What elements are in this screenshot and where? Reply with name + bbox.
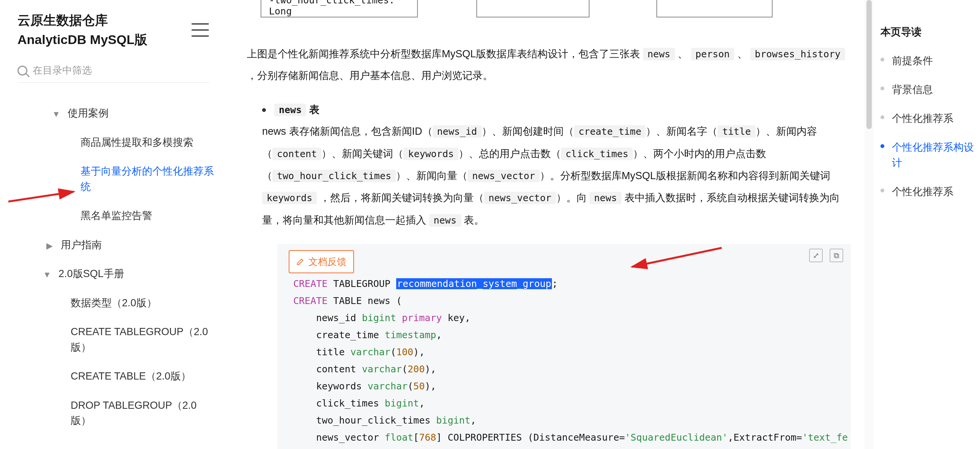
diagram-box	[476, 0, 590, 17]
bb-code: keywords	[262, 192, 317, 204]
code-txt: (	[407, 381, 413, 392]
toc-label: 前提条件	[892, 53, 933, 69]
bullet-dot-icon	[262, 108, 266, 112]
diagram-text: -two_hour_click_times: Long	[269, 0, 409, 17]
nav-label: 数据类型（2.0版）	[71, 295, 157, 311]
code-txt: ,	[419, 398, 425, 409]
code-pre[interactable]: CREATE TABLEGROUP recommendation_system_…	[293, 275, 840, 449]
code-txt: create_time	[293, 330, 385, 340]
code-type: varchar	[368, 381, 407, 392]
nav-item-blacklist[interactable]: 黑名单监控告警	[18, 201, 215, 230]
code-txt: [	[413, 432, 419, 443]
code-type: bigint	[362, 313, 396, 324]
intro-text: 上图是个性化新闻推荐系统中分析型数据库MySQL版数据库表结构设计，包含了三张表	[247, 48, 640, 60]
toc-item-prerequisite[interactable]: 前提条件	[880, 53, 980, 69]
nav-user-guide[interactable]: ▶ 用户指南	[18, 230, 216, 260]
bb-text: news 表存储新闻信息，包含新闻ID（	[262, 125, 433, 137]
toc-dot-icon	[880, 87, 884, 90]
nav-label: 2.0版SQL手册	[59, 266, 124, 282]
expand-icon[interactable]: ⤢	[809, 249, 823, 262]
code-txt: ),	[425, 363, 436, 374]
bb-code: create_time	[574, 125, 646, 138]
code-txt: content	[293, 363, 362, 374]
code-highlight: recommendation_system_group	[396, 278, 552, 289]
intro-text: ，分别存储新闻信息、用户基本信息、用户浏览记录。	[247, 70, 493, 81]
code-num: 100	[396, 346, 413, 357]
nav-sql-create-table[interactable]: CREATE TABLE（2.0版）	[18, 362, 216, 391]
page-toc: 本页导读 前提条件 背景信息 个性化推荐系 个性化推荐系构设计 个性化推荐系	[873, 0, 980, 449]
bb-text: ）、新闻创建时间（	[482, 125, 574, 137]
nav-item-multi-search[interactable]: 商品属性提取和多模搜索	[18, 128, 215, 157]
code-person: person	[691, 48, 734, 60]
nav-label: 黑名单监控告警	[81, 208, 152, 224]
nav-sql-drop-tablegroup[interactable]: DROP TABLEGROUP（2.0版）	[18, 391, 216, 435]
code-num: 768	[419, 432, 436, 443]
bb-code: news_vector	[484, 192, 556, 204]
toc-item-rec-design[interactable]: 个性化推荐系构设计	[880, 140, 980, 171]
code-type: varchar	[362, 363, 402, 374]
nav-label: 基于向量分析的个性化推荐系统	[81, 163, 215, 194]
code-str: 'SquaredEuclidean'	[625, 432, 728, 443]
bb-text: ）。向	[556, 192, 587, 203]
code-type: varchar	[351, 346, 390, 357]
nav-label: CREATE TABLEGROUP（2.0版）	[71, 324, 216, 355]
toc-label: 个性化推荐系构设计	[892, 140, 980, 171]
toc-item-background[interactable]: 背景信息	[880, 82, 980, 98]
code-txt: click_times	[293, 398, 385, 409]
toc-dot-icon	[880, 144, 884, 148]
toc-label: 背景信息	[892, 82, 933, 98]
code-txt: title	[293, 346, 351, 357]
nav-item-vector-recommendation[interactable]: 基于向量分析的个性化推荐系统	[18, 157, 215, 201]
code-txt: TABLEGROUP	[328, 278, 396, 289]
code-news: news	[643, 48, 675, 60]
nav-label: 使用案例	[68, 106, 109, 121]
nav-label: DROP TABLEGROUP（2.0版）	[71, 398, 216, 428]
bb-code: content	[272, 148, 321, 160]
bb-text: ）。分析型数据库MySQL版根据新闻名称和内容得到新闻关键词	[540, 170, 830, 181]
nav-sql-create-tablegroup[interactable]: CREATE TABLEGROUP（2.0版）	[18, 317, 216, 362]
nav-use-cases[interactable]: ▼ 使用案例	[18, 99, 216, 128]
sidebar-search[interactable]	[18, 65, 210, 83]
nav-sql-manual[interactable]: ▼ 2.0版SQL手册	[18, 259, 216, 289]
code-num: 200	[407, 363, 425, 374]
intro-paragraph: 上图是个性化新闻推荐系统中分析型数据库MySQL版数据库表结构设计，包含了三张表…	[247, 43, 851, 86]
code-txt: (	[390, 346, 396, 357]
bb-code: news_id	[433, 125, 482, 138]
chevron-right-icon: ▶	[45, 240, 54, 252]
toc-dot-icon	[880, 189, 884, 192]
code-txt: ,	[471, 415, 476, 426]
main-content: -two_hour_click_times: Long 上图是个性化新闻推荐系统…	[224, 0, 873, 449]
bb-code: click_times	[561, 148, 633, 160]
doc-feedback-button[interactable]: 文档反馈	[289, 250, 354, 273]
diagram-box: -two_hour_click_times: Long	[261, 0, 418, 17]
copy-icon[interactable]: ⧉	[830, 249, 843, 262]
nav-sql-datatype[interactable]: 数据类型（2.0版）	[18, 289, 216, 318]
sidebar-header: 云原生数据仓库 AnalyticDB MySQL版	[18, 11, 216, 49]
code-txt: ;	[552, 278, 558, 289]
bullet-head-code: news	[274, 104, 306, 116]
code-txt: key,	[442, 313, 470, 324]
code-type: bigint	[385, 398, 419, 409]
hamburger-icon[interactable]	[191, 23, 209, 37]
bullet-body: news 表存储新闻信息，包含新闻ID（news_id）、新闻创建时间（crea…	[262, 120, 851, 231]
scrollbar[interactable]	[864, 0, 873, 449]
diagram-row: -two_hour_click_times: Long	[247, 0, 851, 17]
bullet-head-row: news 表	[262, 103, 851, 116]
code-txt: news_vector	[293, 432, 385, 443]
toc-label: 个性化推荐系	[892, 184, 953, 200]
feedback-label: 文档反馈	[309, 253, 347, 270]
code-kw: CREATE	[293, 278, 328, 289]
nav-label: CREATE TABLE（2.0版）	[71, 368, 191, 384]
bb-text: ）、新闻名字（	[646, 125, 718, 137]
bb-text: ）、新闻关键词（	[321, 148, 403, 159]
toc-item-rec-system-2[interactable]: 个性化推荐系	[880, 184, 980, 200]
bullet-heading: news 表	[274, 103, 320, 116]
search-input[interactable]	[33, 65, 210, 76]
sidebar-nav: ▼ 使用案例 商品属性提取和多模搜索 基于向量分析的个性化推荐系统 黑名单监控告…	[18, 99, 216, 435]
toc-item-rec-system[interactable]: 个性化推荐系	[880, 111, 980, 127]
bb-text: ，然后，将新闻关键词转换为向量（	[320, 192, 484, 203]
bb-text: ）、新闻向量（	[396, 170, 468, 181]
bb-text: ）、总的用户点击数（	[458, 148, 561, 159]
toc-title: 本页导读	[880, 25, 980, 39]
pencil-icon	[296, 257, 305, 266]
